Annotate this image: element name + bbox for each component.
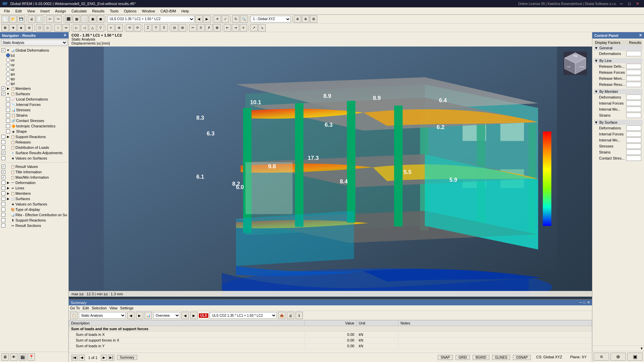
cp-surf-deformations-input[interactable]: 0.00 [626, 125, 641, 131]
cp-release-mom-input[interactable]: 1.00 [626, 76, 641, 81]
tb2-9[interactable]: ▷ [73, 24, 80, 32]
navigator-close[interactable]: ✕ [63, 33, 66, 38]
tb2-7[interactable]: ↕ [54, 24, 62, 32]
tb2-1[interactable]: ⊠ [1, 24, 9, 32]
tb2-18[interactable]: Y [152, 24, 160, 32]
cb-surfaces[interactable]: ✓ [1, 92, 5, 96]
tb2-25[interactable]: ⊠ [213, 24, 221, 32]
cp-tab-1[interactable]: ≡ [594, 353, 609, 361]
tb-new[interactable]: 📄 [1, 15, 9, 23]
summary-expand[interactable]: □ [583, 300, 586, 305]
menu-item-results[interactable]: Results [90, 8, 107, 14]
cube-widget[interactable]: Top Left Front [562, 50, 589, 77]
tb2-3[interactable]: ◈ [17, 24, 25, 32]
cp-tab-2[interactable]: ⊕ [610, 353, 626, 361]
tb-view4[interactable]: ▣ [89, 15, 96, 23]
tree-item-surf-results[interactable]: ✓ 🔹 Surface Results Adjustments [1, 150, 68, 156]
tb2-26[interactable]: ⇤ [224, 24, 231, 32]
cp-surf-internal-forces-input[interactable]: 0.00 [626, 131, 641, 137]
cb-result-values[interactable]: ✓ [1, 165, 5, 169]
toggle-global-def[interactable]: ▼ [6, 48, 10, 52]
tree-item-values-on-surf[interactable]: ★ Values on Surfaces [1, 156, 68, 161]
tree-item-surfaces[interactable]: ✓ ▼ 📋 Surfaces [1, 91, 68, 97]
tree-item-support-reactions2[interactable]: ⬆ Support Reactions [1, 218, 68, 223]
tree-item-shape[interactable]: ◈ Shape [1, 129, 68, 134]
cp-section-bymember-header[interactable]: ▼ By Member [594, 89, 643, 94]
tree-item-type-display[interactable]: 🎨 Type of display [1, 207, 68, 212]
cp-member-strains-input[interactable]: 1.00 [626, 113, 641, 118]
cb-iso-char[interactable] [6, 124, 10, 128]
tb-view2[interactable]: ▦ [73, 15, 80, 23]
glines-btn[interactable]: GLINES [492, 355, 511, 360]
cp-surf-stresses-input[interactable]: 0.00 [626, 143, 641, 149]
summary-info[interactable]: ℹ [296, 312, 303, 319]
tb2-13[interactable]: ⌖ [107, 24, 115, 32]
tree-item-surfaces2[interactable]: ▶ ⬜ Surfaces [1, 196, 68, 201]
cb-deformation[interactable] [1, 181, 5, 185]
cp-member-internal-mo-input[interactable]: 1.00 [626, 107, 641, 112]
tb2-17[interactable]: Z [144, 24, 152, 32]
cp-release-resu-input[interactable]: 1.00 [626, 82, 641, 87]
menu-item-assign[interactable]: Assign [52, 8, 69, 14]
summary-combo-select[interactable]: ULS CO2 1.35 * LC1 + 1.50 * LC2 [210, 312, 277, 319]
tb-check[interactable]: ✓ [222, 15, 229, 23]
cp-section-byline-header[interactable]: ▼ By Line [594, 58, 643, 63]
tree-item-strains[interactable]: 📋 Strains [1, 113, 68, 118]
toggle-lines[interactable]: ▶ [6, 186, 10, 190]
tree-item-result-sections[interactable]: ✂ Result Sections [1, 223, 68, 228]
cp-surf-strains-input[interactable]: 0.00 [626, 149, 641, 155]
tree-item-support-reactions[interactable]: ▶ 📋 Support Reactions [1, 134, 68, 139]
nav-btn-4[interactable]: 📍 [28, 353, 35, 361]
summary-lc-next[interactable]: ▶ [190, 312, 198, 319]
toggle-members[interactable]: ▶ [6, 86, 10, 90]
cb-local-def[interactable] [6, 97, 10, 101]
tree-item-uy[interactable]: uy [1, 62, 68, 67]
cp-surf-internal-mo-input[interactable]: 0.00 [626, 137, 641, 143]
tb-undo[interactable]: ↩ [46, 15, 54, 23]
cb-surfaces2[interactable] [1, 197, 5, 201]
tb-rotate[interactable]: ↻ [232, 15, 239, 23]
cb-releases[interactable] [1, 140, 5, 144]
tree-item-u[interactable]: |u| [1, 53, 68, 58]
nav-btn-1[interactable]: 🖥 [1, 353, 9, 361]
cp-member-internal-forces-input[interactable]: 1.00 [626, 101, 641, 106]
tb-prev-lc[interactable]: ◀ [195, 15, 203, 23]
tb2-23[interactable]: ⎘ [197, 24, 205, 32]
cb-values-on-surfaces[interactable] [1, 202, 5, 206]
cp-release-forces-input[interactable]: 1.00 [626, 70, 641, 75]
summary-export[interactable]: 📤 [278, 312, 285, 319]
nav-btn-3[interactable]: 🎬 [19, 353, 26, 361]
radio-ux[interactable] [6, 58, 10, 62]
tree-item-result-values[interactable]: ✓ 📋 Result Values [1, 164, 68, 169]
tree-item-title-info[interactable]: ✓ 📋 Title Information [1, 169, 68, 175]
summary-view-select[interactable]: Overview [153, 312, 180, 319]
summary-close[interactable]: ✕ [587, 300, 590, 305]
summary-menu-settings[interactable]: Settings [120, 306, 133, 310]
cp-tab-3[interactable]: ▣ [627, 353, 643, 361]
summary-minimize[interactable]: ─ [580, 300, 582, 305]
tb-view3[interactable]: ⬜ [81, 15, 88, 23]
tb-redo[interactable]: ↪ [54, 15, 62, 23]
page-last[interactable]: ▶| [108, 355, 114, 361]
tb-x[interactable]: ✕ [214, 15, 221, 23]
osnap-btn[interactable]: OSNAP [513, 355, 531, 360]
summary-menu-view[interactable]: View [109, 306, 117, 310]
summary-tb-table[interactable]: 📋 [70, 312, 77, 319]
tree-item-phix[interactable]: φx [1, 72, 68, 76]
summary-print[interactable]: 🖨 [287, 312, 294, 319]
summary-analysis-select[interactable]: Static Analysis [79, 312, 126, 319]
tb2-15[interactable]: ⟲ [126, 24, 133, 32]
maximize-btn[interactable]: □ [626, 1, 633, 6]
cb-lines[interactable] [1, 186, 5, 190]
cb-members2[interactable] [1, 191, 5, 195]
radio-phiz[interactable] [6, 81, 10, 85]
tree-item-uz[interactable]: uz [1, 67, 68, 72]
tree-item-releases[interactable]: 📋 Releases [1, 139, 68, 145]
nav-filter-select[interactable]: Static Analysis [1, 40, 67, 46]
tb-zoom[interactable]: 🔍 [240, 15, 248, 23]
page-next[interactable]: ▶ [101, 355, 107, 361]
radio-phiy[interactable] [6, 77, 10, 81]
tb2-6[interactable]: ◇ [44, 24, 51, 32]
cb-support-reactions2[interactable] [1, 218, 5, 222]
tree-item-contact-stresses[interactable]: 🔗 Contact Stresses [1, 118, 68, 123]
